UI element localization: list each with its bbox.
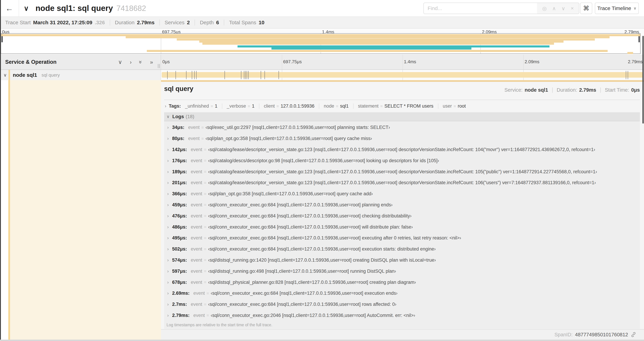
log-row[interactable]: ›2.7ms:event=‹sql/conn_executor_exec.go:… — [164, 299, 640, 310]
tag-item[interactable]: _unfinished=1 — [183, 103, 222, 109]
minimap-span-bar — [147, 50, 608, 52]
span-accent-strip — [161, 80, 644, 82]
log-row[interactable]: ›574μs:event=‹sql/distsql_running.go:142… — [164, 255, 640, 266]
tag-item[interactable]: statement=SELECT * FROM users — [353, 103, 438, 109]
log-field-key: event — [193, 313, 205, 318]
minimap-span-bar — [202, 43, 554, 45]
ruler-tick-label: 2.09ms — [525, 59, 540, 65]
meta-label: Duration: — [557, 87, 577, 93]
log-row[interactable]: ›502μs:event=‹sql/conn_executor_exec.go:… — [164, 244, 640, 255]
tag-item[interactable]: client=127.0.0.1:59936 — [259, 103, 319, 109]
logs-count: (18) — [186, 114, 194, 119]
log-row[interactable]: ›459μs:event=‹sql/conn_executor_exec.go:… — [164, 199, 640, 210]
log-field-value: ‹sql/conn_executor_exec.go:684 [nsql1,cl… — [208, 202, 393, 208]
expand-all-icon[interactable]: » — [150, 59, 153, 65]
info-value: 2.79ms — [137, 20, 154, 26]
info-suffix: .326 — [95, 20, 105, 26]
log-timestamp: 495μs: — [172, 235, 187, 241]
tag-item[interactable]: user=root — [438, 103, 470, 109]
minimap-span-bar — [238, 45, 550, 48]
log-field-key: event — [191, 269, 202, 274]
meta-value: node sql1 — [524, 87, 548, 93]
find-box: ◎∧∨× — [424, 3, 579, 14]
log-row[interactable]: ›495μs:event=‹sql/conn_executor_exec.go:… — [164, 232, 640, 244]
log-row[interactable]: ›597μs:event=‹sql/distsql_running.go:498… — [164, 266, 640, 277]
chevron-right-icon: › — [167, 291, 168, 296]
vertical-scrollbar[interactable] — [642, 36, 644, 124]
log-row[interactable]: ›476μs:event=‹sql/conn_executor_exec.go:… — [164, 210, 640, 221]
log-row[interactable]: ›486μs:event=‹sql/conn_executor_exec.go:… — [164, 221, 640, 232]
minimap-canvas[interactable] — [1, 33, 640, 54]
view-selector-label: Trace Timeline — [597, 5, 631, 11]
log-field-key: event — [191, 169, 202, 174]
expand-one-icon[interactable]: › — [130, 59, 132, 65]
equals-sign: = — [206, 313, 209, 318]
span-row-name-column[interactable]: ∨ node sql1 sql query — [0, 70, 161, 80]
log-field-key: event — [193, 290, 205, 296]
chevron-right-icon: › — [167, 280, 168, 285]
next-match-icon[interactable]: ∨ — [562, 5, 565, 12]
equals-sign: = — [276, 104, 279, 109]
equals-sign: = — [204, 280, 206, 285]
log-row[interactable]: ›189μs:event=‹sql/catalog/lease/descript… — [164, 166, 640, 177]
tag-item[interactable]: node=sql1 — [319, 103, 353, 109]
collapse-all-icon[interactable]: ∨ — [118, 59, 122, 65]
log-field-key: event — [191, 202, 202, 208]
link-icon[interactable] — [630, 332, 636, 337]
chevron-right-icon: › — [167, 191, 168, 196]
tag-value: sql1 — [340, 103, 349, 109]
logs-note: Log timestamps are relative to the start… — [164, 321, 640, 327]
logs-header[interactable]: ∨ Logs (18) — [164, 112, 640, 121]
span-duration-bar[interactable] — [162, 72, 643, 78]
chevron-right-icon: › — [167, 202, 168, 207]
equals-sign: = — [204, 247, 206, 252]
equals-sign: = — [204, 202, 206, 207]
log-row[interactable]: ›176μs:event=‹sql/catalog/descs/descript… — [164, 155, 640, 166]
info-value: 10 — [259, 20, 264, 26]
trace-info-item: Total Spans10 — [229, 20, 264, 26]
log-row[interactable]: ›142μs:event=‹sql/catalog/lease/descript… — [164, 144, 640, 155]
tag-key: node — [324, 103, 334, 109]
divider — [110, 20, 110, 26]
spanid-value: 4877749850101760812 — [575, 332, 628, 337]
back-button[interactable]: ← — [0, 0, 19, 17]
detail-span-color-bar — [8, 80, 10, 339]
tag-key: _unfinished — [185, 103, 209, 109]
prev-match-icon[interactable]: ∧ — [552, 5, 556, 12]
trace-minimap: 0μs697.75μs1.4ms2.09ms2.79ms — [0, 29, 644, 55]
log-marker-tick — [224, 71, 225, 79]
collapse-deep-icon[interactable]: » — [138, 61, 144, 64]
log-field-value: ‹sql/catalog/lease/descriptor_version_st… — [208, 147, 595, 152]
minimap-span-bar — [126, 36, 610, 38]
trace-collapse-icon[interactable]: ∨ — [24, 0, 29, 17]
span-collapse-icon[interactable]: ∨ — [4, 70, 7, 80]
log-field-key: event — [191, 280, 202, 285]
log-row[interactable]: ›201μs:event=‹sql/catalog/lease/descript… — [164, 177, 640, 188]
log-timestamp: 597μs: — [172, 269, 187, 274]
view-selector-button[interactable]: Trace Timeline ∨ — [595, 3, 639, 14]
log-field-key: event — [191, 180, 202, 185]
log-row[interactable]: ›2.79ms:event=‹sql/conn_executor_exec.go… — [164, 310, 640, 321]
locate-icon[interactable]: ◎ — [542, 5, 547, 12]
log-field-key: event — [191, 213, 202, 219]
clear-icon[interactable]: × — [571, 5, 574, 11]
column-resizer-grip[interactable] — [158, 64, 160, 68]
log-row[interactable]: ›34μs:event=‹sql/exec_util.go:2297 [nsql… — [164, 122, 640, 133]
log-field-value: ‹sql/catalog/lease/descriptor_version_st… — [208, 180, 596, 185]
span-row[interactable]: ∨ node sql1 sql query — [0, 70, 644, 80]
log-row[interactable]: ›2.69ms:event=‹sql/conn_executor_exec.go… — [164, 288, 640, 299]
log-row[interactable]: ›80μs:event=‹sql/plan_opt.go:358 [nsql1,… — [164, 133, 640, 144]
chevron-right-icon[interactable]: › — [165, 103, 166, 109]
tags-items: _unfinished=1_verbose=1client=127.0.0.1:… — [183, 103, 470, 109]
log-row[interactable]: ›678μs:event=‹sql/distsql_physical_plann… — [164, 277, 640, 288]
log-row[interactable]: ›366μs:event=‹sql/plan_opt.go:358 [nsql1… — [164, 188, 640, 199]
tags-row[interactable]: › Tags: _unfinished=1_verbose=1client=12… — [164, 102, 640, 110]
span-row-timeline[interactable] — [161, 70, 644, 80]
find-input[interactable] — [424, 3, 537, 14]
tag-item[interactable]: _verbose=1 — [222, 103, 259, 109]
keyboard-shortcuts-button[interactable]: ⌘ — [580, 3, 592, 14]
chevron-right-icon: › — [167, 313, 168, 318]
equals-sign: = — [336, 104, 338, 109]
chevron-right-icon: › — [167, 225, 168, 230]
divider — [600, 88, 601, 93]
